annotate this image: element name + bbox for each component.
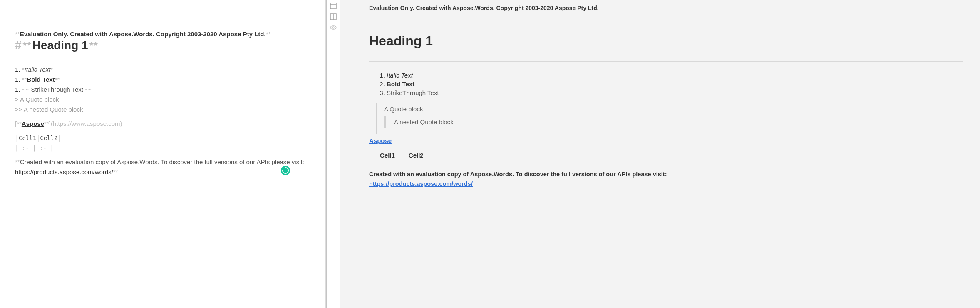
layout-split-icon[interactable] <box>330 13 337 20</box>
svg-point-4 <box>330 26 336 29</box>
preview-heading: Heading 1 <box>369 33 963 49</box>
preview-footer-link[interactable]: https://products.aspose.com/words/ <box>369 180 473 187</box>
table-header: Cell2 <box>402 149 430 161</box>
svg-point-5 <box>332 27 334 28</box>
preview-hr <box>369 61 963 62</box>
preview-link[interactable]: Aspose <box>369 137 392 144</box>
table-header: Cell1 <box>373 149 402 161</box>
quote-line-2: >> A nested Quote block <box>15 105 310 115</box>
list-line-italic: 1. *Italic Text* <box>15 65 310 75</box>
link-line: [**Aspose**](https://www.aspose.com) <box>15 119 310 129</box>
footer-line: ****Created with an evaluation copy of A… <box>15 157 310 177</box>
eye-icon[interactable] <box>330 24 337 31</box>
list-item: StrikeThrough Text <box>387 89 963 96</box>
preview-quote: A Quote block A nested Quote block <box>376 103 963 134</box>
markdown-editor[interactable]: **Evaluation Only. Created with Aspose.W… <box>0 0 325 308</box>
preview-footer: Created with an evaluation copy of Aspos… <box>369 170 963 189</box>
preview-eval-notice: Evaluation Only. Created with Aspose.Wor… <box>369 4 963 13</box>
eval-line: **Evaluation Only. Created with Aspose.W… <box>15 29 310 39</box>
preview-list: Italic Text Bold Text StrikeThrough Text <box>379 72 963 96</box>
table-row-2: | :- | :- | <box>15 143 310 153</box>
preview-pane: Evaluation Only. Created with Aspose.Wor… <box>340 0 980 308</box>
list-item: Bold Text <box>387 80 963 88</box>
quote-line-1: > A Quote block <box>15 95 310 105</box>
list-line-bold: 1. **Bold Text** <box>15 75 310 85</box>
list-item: Italic Text <box>387 72 963 79</box>
grammarly-icon[interactable] <box>281 166 290 175</box>
preview-toolbar <box>327 0 340 308</box>
preview-table: Cell1 Cell2 <box>373 149 430 161</box>
hr-line: ----- <box>15 55 310 65</box>
heading-line: # **Heading 1** <box>15 39 310 52</box>
preview-nested-quote: A nested Quote block <box>384 116 963 128</box>
layout-top-icon[interactable] <box>330 3 337 9</box>
list-line-strike: 1. ~~ StrikeThrough Text ~~ <box>15 85 310 95</box>
table-row-1: |Cell1|Cell2| <box>15 133 310 143</box>
svg-rect-0 <box>330 3 336 9</box>
